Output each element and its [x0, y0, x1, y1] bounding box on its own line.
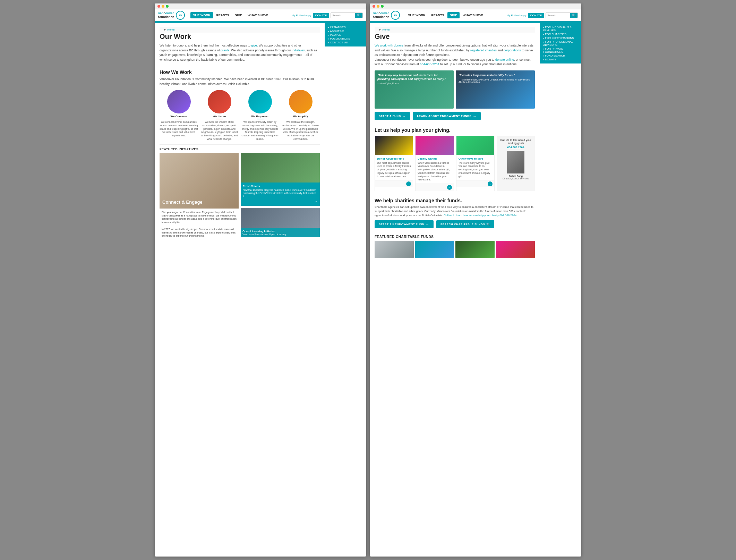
minimize-btn-r[interactable]: [377, 5, 379, 8]
fund-item-1[interactable]: [375, 241, 414, 258]
grants-link[interactable]: grants: [221, 49, 229, 52]
quote-2-overlay: "It creates long-term sustainability for…: [456, 70, 535, 109]
donate-button-left[interactable]: DONATE: [313, 13, 329, 18]
nav-whats-new[interactable]: WHAT'S NEW: [245, 12, 270, 18]
donors-link[interactable]: We work with donors: [375, 44, 403, 47]
pillar-listen-desc: We hear the wisdom of BC communities, do…: [200, 120, 239, 141]
search-charitable-funds-btn[interactable]: SEARCH CHARITABLE FUNDS 🔍: [436, 220, 494, 228]
nav-grants-r[interactable]: GRANTS: [429, 12, 447, 18]
initiative-fresh-desc: Now that important progress has been mad…: [243, 188, 318, 198]
phone-link[interactable]: 604-688-2204: [420, 62, 439, 66]
logo-badge: 75: [176, 11, 185, 20]
donor-card-arrow-icon[interactable]: →: [406, 181, 411, 186]
planning-cards-inner: Donor Advised Fund Our most popular fund…: [375, 136, 495, 192]
nav-grants[interactable]: GRANTS: [214, 12, 232, 18]
learn-endowment-arrow: →: [473, 114, 477, 118]
sidebar-link-advisors[interactable]: FOR PROFESSIONAL ADVISORS: [543, 40, 578, 47]
initiative-open-licensing[interactable]: Open Licensing Initiative Vancouver Foun…: [241, 208, 320, 237]
initiative-connect[interactable]: Connect & Engage Five years ago, our Con…: [160, 153, 239, 240]
other-card-arrow-area: →: [456, 180, 494, 187]
sidebar-link-individuals[interactable]: FOR INDIVIDUALS & FAMILIES: [543, 25, 578, 32]
initiative-open-overlay: Open Licensing Initiative Vancouver Foun…: [241, 228, 320, 237]
sidebar-link-fund-search[interactable]: FUND SEARCH: [543, 54, 578, 58]
sidebar-link-donate[interactable]: DONATE: [543, 58, 578, 61]
nav-our-work-r[interactable]: OUR WORK: [405, 12, 428, 18]
donate-button-right[interactable]: DONATE: [528, 13, 544, 18]
legacy-card-desc: When you establish a fund at Vancouver F…: [418, 161, 451, 182]
planning-card-other[interactable]: Other ways to give There are many ways t…: [456, 136, 495, 192]
pillar-listen-underline: [216, 119, 223, 119]
start-endowment-btn[interactable]: START AN ENDOWMENT FUND →: [375, 220, 434, 228]
minimize-btn[interactable]: [162, 5, 164, 8]
fund-item-3[interactable]: [455, 241, 495, 258]
sidebar-link-charities[interactable]: FOR CHARITIES: [543, 32, 578, 36]
sidebar-link-people[interactable]: PEOPLE: [328, 33, 363, 37]
call-us-charity-link[interactable]: Call us to learn how we can help your ch…: [444, 214, 516, 217]
main-content-left: ► Home Our Work We listen to donors, and…: [155, 23, 325, 243]
fund-item-4[interactable]: [496, 241, 535, 258]
page-title-right: Give: [375, 33, 535, 41]
action-buttons-row: START A FUND → LEARN ABOUT ENDOWMENT FUN…: [375, 112, 535, 120]
search-input-left[interactable]: [331, 13, 355, 18]
other-card-img: [456, 136, 494, 155]
donor-card-title: Donor Advised Fund: [377, 157, 411, 160]
pillar-convene-desc: We connect diverse communities around co…: [160, 120, 198, 137]
call-us-phone[interactable]: 604.688.2204: [499, 146, 532, 149]
fund-item-2[interactable]: [415, 241, 454, 258]
planning-card-donor[interactable]: Donor Advised Fund Our most popular fund…: [375, 136, 413, 192]
call-us-card: Call Us to talk about your funding goals…: [497, 136, 535, 192]
quotes-section: "This is my way to honour and thank them…: [375, 70, 535, 109]
pillar-listen-img: [208, 90, 231, 113]
initiatives-link[interactable]: initiatives: [292, 49, 305, 52]
start-a-fund-btn[interactable]: START A FUND →: [375, 112, 410, 120]
learn-endowment-btn[interactable]: LEARN ABOUT ENDOWMENT FUNDS →: [413, 112, 480, 120]
start-fund-arrow: →: [402, 114, 406, 118]
initiative-fresh-overlay: Fresh Voices Now that important progress…: [241, 183, 320, 206]
nav-give-r[interactable]: GIVE: [447, 12, 460, 18]
sidebar-link-contact[interactable]: CONTACT US: [328, 41, 363, 44]
sidebar-link-about[interactable]: ABOUT US: [328, 29, 363, 33]
quote-2: "It creates long-term sustainability for…: [456, 70, 535, 109]
endowment-buttons-row: START AN ENDOWMENT FUND → SEARCH CHARITA…: [375, 220, 535, 228]
search-submit-right[interactable]: 🔍: [570, 13, 577, 18]
logo-right[interactable]: vancouverfoundation 75: [373, 11, 400, 20]
nav-our-work[interactable]: OUR WORK: [190, 12, 213, 18]
legacy-card-arrow-icon[interactable]: →: [447, 185, 452, 190]
nav-whats-new-r[interactable]: WHAT'S NEW: [460, 12, 485, 18]
sidebar-link-initiatives[interactable]: INITIATIVES: [328, 25, 363, 29]
give-link[interactable]: give: [251, 44, 257, 47]
close-btn-r[interactable]: [373, 5, 375, 8]
logo[interactable]: vancouverfoundation 75: [158, 11, 185, 20]
pillar-amplify-underline: [297, 119, 304, 119]
initiative-fresh-voices[interactable]: Fresh Voices Now that important progress…: [241, 153, 320, 206]
start-endowment-label: START AN ENDOWMENT FUND: [379, 223, 424, 226]
pillar-amplify-desc: We celebrate the strength, resiliency an…: [281, 120, 320, 141]
other-card-arrow-icon[interactable]: →: [488, 181, 493, 186]
planning-card-legacy[interactable]: Legacy Giving When you establish a fund …: [415, 136, 454, 192]
my-philanthropy-link-r[interactable]: My Philanthropy: [506, 14, 526, 17]
browser-chrome-right: [370, 3, 581, 9]
nav-give[interactable]: GIVE: [232, 12, 245, 18]
sidebar-link-private-foundations[interactable]: FOR PRIVATE FOUNDATIONS: [543, 47, 578, 54]
maximize-btn[interactable]: [166, 5, 169, 8]
pillars-row: We Convene We connect diverse communitie…: [160, 90, 320, 141]
donate-online-link[interactable]: donate online: [495, 58, 514, 61]
breadcrumb-home-left[interactable]: Home: [167, 28, 174, 31]
initiative-connect-title: Connect & Engage: [162, 200, 236, 205]
content-area-left: ► Home Our Work We listen to donors, and…: [155, 23, 366, 243]
how-we-work-desc: Vancouver Foundation is Community Inspir…: [160, 77, 320, 86]
legacy-card-arrow-area: →: [416, 184, 453, 191]
person-role: Director, Donor Services: [499, 177, 532, 180]
breadcrumb-home-right[interactable]: Home: [382, 28, 390, 31]
close-btn[interactable]: [157, 5, 160, 8]
sidebar-link-publications[interactable]: PUBLICATIONS: [328, 37, 363, 41]
corporations-link[interactable]: corporations: [504, 49, 521, 52]
registered-charities-link[interactable]: registered charities: [470, 49, 497, 52]
my-philanthropy-link[interactable]: My Philanthropy: [291, 14, 311, 17]
pillar-empower-desc: We spark community action by connecting …: [241, 120, 279, 141]
search-submit-left[interactable]: 🔍: [355, 13, 362, 18]
sidebar-link-corporations[interactable]: FOR CORPORATIONS: [543, 36, 578, 40]
legacy-card-img: [416, 136, 453, 155]
maximize-btn-r[interactable]: [381, 5, 384, 8]
search-input-right[interactable]: [546, 13, 570, 18]
